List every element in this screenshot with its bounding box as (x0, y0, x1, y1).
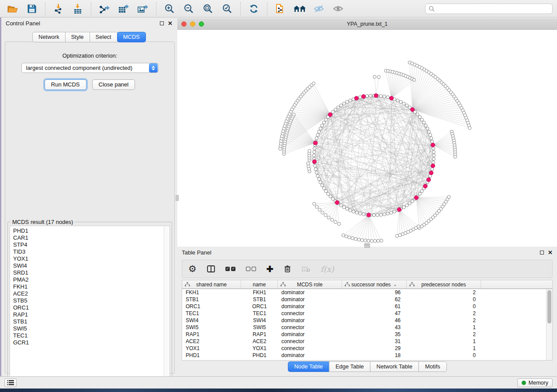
cell-successor-nodes[interactable]: 31 (342, 338, 407, 344)
close-table-panel-icon[interactable]: ✕ (548, 251, 553, 254)
table-row[interactable]: FKH1 FKH1 dominator 96 2 (182, 289, 552, 296)
cell-shared-name[interactable]: ACE2 (182, 338, 241, 344)
cell-successor-nodes[interactable]: 62 (342, 296, 407, 303)
table-settings-button[interactable]: ⚙ (188, 265, 197, 273)
mcds-result-item[interactable]: ORC1 (13, 304, 164, 311)
refresh-view-button[interactable] (246, 2, 262, 16)
table-row[interactable]: PHD1 PHD1 dominator 18 0 (182, 352, 552, 359)
cell-shared-name[interactable]: SWI5 (182, 324, 241, 330)
float-panel-icon[interactable] (160, 21, 164, 25)
cell-predecessor-nodes[interactable]: 2 (407, 289, 481, 296)
cell-mcds-role[interactable]: dominator (278, 352, 342, 358)
cell-successor-nodes[interactable]: 35 (342, 331, 407, 337)
open-file-button[interactable] (4, 2, 21, 16)
mcds-result-item[interactable]: PMA2 (13, 276, 164, 283)
table-row[interactable]: TEC1 TEC1 connector 47 2 (182, 310, 552, 317)
search-field[interactable] (425, 3, 553, 14)
tab-network-table[interactable]: Network Table (370, 361, 419, 372)
mcds-result-item[interactable]: RAP1 (13, 311, 164, 318)
column-header-successor-nodes[interactable]: successor nodes ⌄ (342, 280, 407, 289)
cell-shared-name[interactable]: SWI4 (182, 317, 241, 323)
cell-name[interactable]: TEC1 (241, 310, 278, 316)
cell-successor-nodes[interactable]: 96 (342, 289, 407, 296)
tab-motifs[interactable]: Motifs (419, 361, 447, 372)
table-vscrollbar-thumb[interactable] (547, 290, 551, 323)
show-all-button[interactable] (330, 2, 346, 16)
network-window-titlebar[interactable]: YPA_prune.txt_1 (177, 18, 557, 30)
close-panel-button[interactable]: Close panel (92, 79, 135, 90)
mcds-result-item[interactable]: STB5 (13, 297, 164, 304)
tab-node-table[interactable]: Node Table (287, 361, 329, 372)
cell-mcds-role[interactable]: dominator (278, 331, 342, 337)
cell-shared-name[interactable]: TEC1 (182, 310, 241, 316)
save-session-button[interactable] (24, 2, 40, 16)
cell-mcds-role[interactable]: dominator (278, 317, 342, 323)
cell-predecessor-nodes[interactable]: 1 (407, 338, 481, 344)
cell-mcds-role[interactable]: dominator (278, 289, 342, 296)
table-row[interactable]: STB1 STB1 dominator 62 0 (182, 296, 552, 303)
mcds-result-item[interactable]: FKH1 (13, 283, 164, 290)
run-mcds-button[interactable]: Run MCDS (45, 79, 86, 90)
vertical-split-grip[interactable] (176, 195, 179, 201)
cell-predecessor-nodes[interactable]: 1 (407, 324, 481, 330)
cell-mcds-role[interactable]: dominator (278, 296, 342, 303)
cell-name[interactable]: FKH1 (241, 289, 278, 296)
mcds-result-item[interactable]: ACE2 (13, 290, 164, 297)
cell-shared-name[interactable]: STB1 (182, 296, 241, 303)
column-header-predecessor-nodes[interactable]: predecessor nodes (407, 280, 481, 289)
mcds-result-item[interactable]: SWI5 (13, 325, 164, 332)
table-row[interactable]: YOX1 YOX1 connector 29 1 (182, 345, 552, 352)
table-row[interactable]: RAP1 RAP1 dominator 35 2 (182, 331, 552, 338)
result-list-scrollbar[interactable] (164, 226, 170, 381)
table-row[interactable]: ORC1 ORC1 dominator 61 0 (182, 303, 552, 310)
memory-button[interactable]: Memory (517, 378, 553, 387)
tab-network[interactable]: Network (32, 32, 66, 42)
mcds-result-list[interactable]: PHD1CAR1STP4TID3YOX1SWI4SRD1PMA2FKH1ACE2… (10, 226, 170, 381)
column-header-shared-name[interactable]: shared name (182, 280, 241, 289)
delete-column-button[interactable] (284, 265, 291, 273)
cell-mcds-role[interactable]: connector (278, 310, 342, 316)
cell-successor-nodes[interactable]: 43 (342, 324, 407, 330)
cell-successor-nodes[interactable]: 18 (342, 352, 407, 358)
table-vscrollbar[interactable] (546, 289, 552, 360)
cell-shared-name[interactable]: YOX1 (182, 345, 241, 351)
cell-predecessor-nodes[interactable]: 2 (407, 310, 481, 316)
cell-name[interactable]: PHD1 (241, 352, 278, 358)
cell-predecessor-nodes[interactable]: 0 (407, 296, 481, 303)
cell-predecessor-nodes[interactable]: 0 (407, 303, 481, 309)
mcds-result-item[interactable]: STP4 (13, 241, 164, 248)
horizontal-split-grip[interactable] (364, 245, 370, 248)
column-header-name[interactable]: name (241, 280, 278, 289)
cell-name[interactable]: STB1 (241, 296, 278, 303)
cell-name[interactable]: ORC1 (241, 303, 278, 309)
network-graph[interactable] (177, 30, 557, 247)
zoom-fit-button[interactable] (200, 2, 216, 16)
cell-successor-nodes[interactable]: 61 (342, 303, 407, 309)
mcds-result-item[interactable]: GCR1 (13, 339, 164, 346)
mcds-result-item[interactable]: TID3 (13, 248, 164, 255)
mcds-result-item[interactable]: YOX1 (13, 255, 164, 262)
search-input[interactable] (435, 6, 549, 12)
mcds-result-item[interactable]: CAR1 (13, 234, 164, 241)
table-row[interactable]: ACE2 ACE2 connector 31 1 (182, 338, 552, 345)
cell-mcds-role[interactable]: connector (278, 345, 342, 351)
mcds-result-item[interactable]: TEC1 (13, 332, 164, 339)
cell-predecessor-nodes[interactable]: 1 (407, 345, 481, 351)
cell-mcds-role[interactable]: connector (278, 324, 342, 330)
zoom-selected-button[interactable] (219, 2, 235, 16)
select-all-columns-button[interactable] (225, 267, 235, 271)
cell-predecessor-nodes[interactable]: 0 (407, 352, 481, 358)
cell-shared-name[interactable]: ORC1 (182, 303, 241, 309)
mcds-result-item[interactable]: SWI4 (13, 262, 164, 269)
task-history-button[interactable] (4, 378, 17, 387)
table-row[interactable]: SWI4 SWI4 dominator 46 2 (182, 317, 552, 324)
cell-name[interactable]: ACE2 (241, 338, 278, 344)
zoom-out-button[interactable] (180, 2, 197, 16)
first-neighbors-button[interactable] (291, 2, 308, 16)
cell-mcds-role[interactable]: connector (278, 338, 342, 344)
import-network-button[interactable] (50, 2, 67, 16)
hide-selected-button[interactable] (311, 2, 327, 16)
import-table-button[interactable] (69, 2, 86, 16)
tab-mcds[interactable]: MCDS (117, 32, 146, 42)
float-table-panel-icon[interactable] (540, 251, 544, 254)
